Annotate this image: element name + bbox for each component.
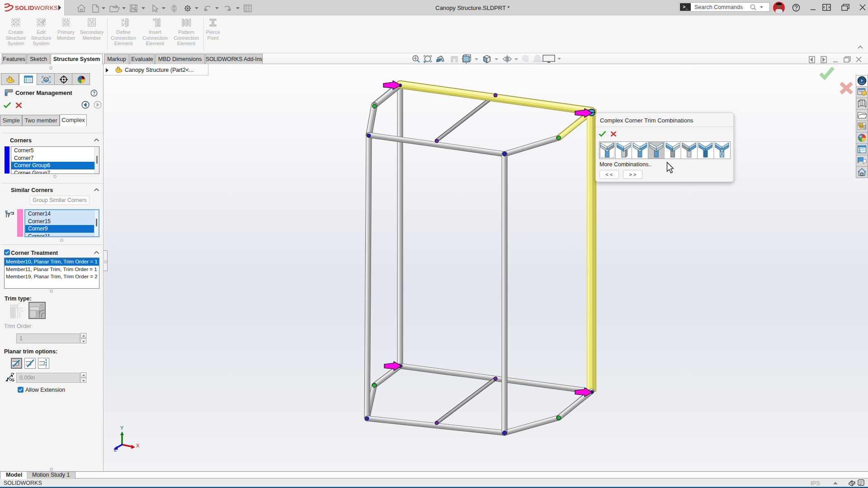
svg-text:WORKS: WORKS [34,5,57,11]
svg-text:X: X [136,443,140,448]
svg-text:Y: Y [120,425,124,431]
svg-text:Z: Z [114,447,117,452]
svg-text:G: G [11,378,14,382]
svg-text:SOLID: SOLID [15,5,34,11]
svg-text:?: ? [93,90,95,96]
